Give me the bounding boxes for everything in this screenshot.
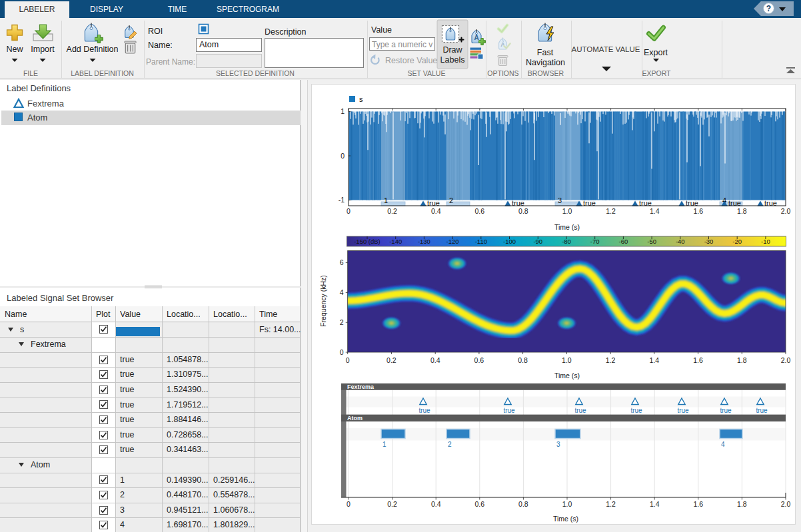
svg-text:4: 4 (340, 288, 344, 296)
svg-text:3: 3 (558, 196, 562, 204)
svg-text:2.0: 2.0 (781, 356, 791, 364)
svg-text:0.8: 0.8 (518, 500, 528, 508)
svg-text:-90: -90 (533, 238, 542, 245)
svg-text:0.6: 0.6 (474, 207, 484, 215)
svg-text:0.4: 0.4 (431, 500, 441, 508)
svg-text:Fextrema: Fextrema (347, 384, 375, 390)
svg-text:0: 0 (340, 348, 344, 356)
svg-text:1.0: 1.0 (562, 500, 572, 508)
svg-text:-150 (dB): -150 (dB) (354, 238, 381, 245)
svg-text:-100: -100 (503, 238, 516, 245)
svg-text:-50: -50 (647, 238, 656, 245)
svg-text:0.6: 0.6 (474, 356, 484, 364)
svg-text:true: true (756, 407, 768, 414)
svg-text:1.0: 1.0 (562, 356, 572, 364)
svg-text:4: 4 (721, 441, 725, 448)
svg-text:1.6: 1.6 (693, 356, 703, 364)
svg-text:true: true (503, 407, 515, 414)
svg-text:true: true (630, 407, 642, 414)
svg-text:0.6: 0.6 (474, 500, 484, 508)
svg-text:true: true (677, 407, 689, 414)
svg-text:-140: -140 (389, 238, 402, 245)
svg-text:1.2: 1.2 (606, 500, 616, 508)
svg-text:A: A (474, 34, 478, 41)
svg-text:true: true (720, 407, 732, 414)
svg-text:1.0: 1.0 (562, 207, 572, 215)
svg-text:-120: -120 (446, 238, 459, 245)
svg-text:1.4: 1.4 (649, 356, 659, 364)
svg-text:1: 1 (341, 107, 345, 115)
svg-text:0: 0 (347, 207, 351, 215)
svg-text:0.2: 0.2 (387, 356, 397, 364)
svg-text:Time (s): Time (s) (554, 372, 580, 380)
svg-text:2: 2 (448, 441, 452, 448)
svg-text:2: 2 (449, 196, 453, 204)
svg-text:Atom: Atom (347, 415, 363, 421)
svg-text:1.6: 1.6 (693, 207, 703, 215)
svg-text:0.8: 0.8 (518, 207, 528, 215)
svg-text:0.2: 0.2 (387, 207, 397, 215)
svg-text:1.8: 1.8 (737, 500, 747, 508)
svg-text:-70: -70 (590, 238, 600, 245)
svg-text:1.6: 1.6 (693, 500, 703, 508)
svg-text:1.2: 1.2 (606, 356, 616, 364)
svg-text:Frequency (kHz): Frequency (kHz) (319, 275, 327, 327)
svg-text:1.8: 1.8 (737, 207, 747, 215)
svg-text:-60: -60 (619, 238, 628, 245)
svg-text:6: 6 (340, 258, 344, 266)
svg-text:true: true (418, 407, 430, 414)
svg-text:-1: -1 (339, 196, 345, 204)
svg-text:-110: -110 (475, 238, 487, 245)
svg-text:-80: -80 (562, 238, 571, 245)
svg-text:3: 3 (556, 441, 560, 448)
svg-text:0.8: 0.8 (518, 356, 528, 364)
svg-text:-20: -20 (732, 238, 742, 245)
svg-text:2: 2 (340, 318, 344, 326)
svg-text:1: 1 (384, 196, 388, 204)
svg-text:-30: -30 (704, 238, 714, 245)
svg-text:1: 1 (383, 441, 387, 448)
svg-text:1.2: 1.2 (606, 207, 616, 215)
svg-text:0: 0 (347, 500, 351, 508)
svg-text:0: 0 (341, 152, 345, 160)
svg-text:Time (s): Time (s) (553, 515, 578, 523)
svg-text:2.0: 2.0 (781, 207, 791, 215)
svg-text:2.0: 2.0 (781, 500, 791, 508)
svg-text:0.4: 0.4 (430, 356, 440, 364)
svg-text:s: s (359, 95, 363, 103)
svg-text:0.4: 0.4 (431, 207, 441, 215)
svg-text:1.4: 1.4 (650, 500, 660, 508)
svg-text:-40: -40 (676, 238, 685, 245)
svg-text:-130: -130 (418, 238, 430, 245)
svg-text:0: 0 (346, 356, 350, 364)
svg-text:Time (s): Time (s) (554, 223, 580, 231)
svg-text:0.2: 0.2 (387, 500, 397, 508)
svg-text:1.8: 1.8 (737, 356, 747, 364)
svg-text:-10: -10 (761, 238, 770, 245)
svg-text:1.4: 1.4 (650, 207, 660, 215)
svg-text:true: true (574, 407, 586, 414)
